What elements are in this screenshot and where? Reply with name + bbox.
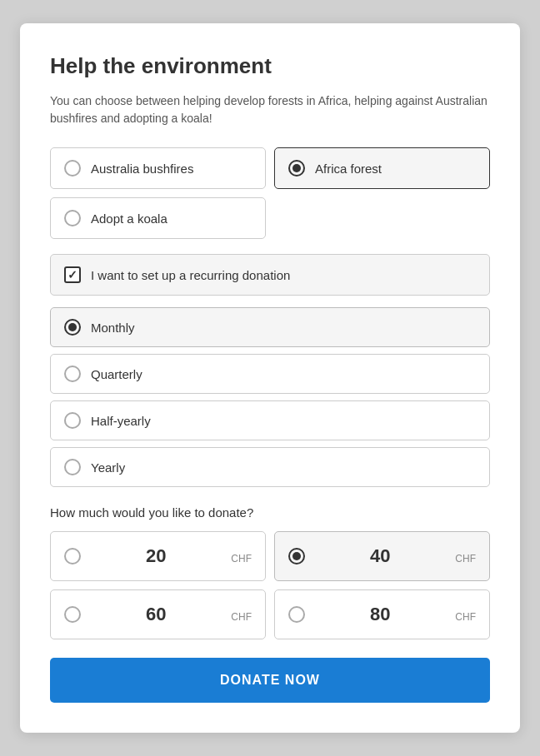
environment-options: Australia bushfires Africa forest [50,147,490,189]
page-description: You can choose between helping develop f… [50,92,490,127]
recurring-checkbox-row[interactable]: I want to set up a recurring donation [50,254,490,296]
radio-40 [288,548,305,565]
recurring-checkbox[interactable] [64,266,81,283]
option-africa-label: Africa forest [315,162,382,176]
radio-monthly [64,319,81,336]
radio-20 [64,548,81,565]
amount-60[interactable]: 60 CHF [50,589,266,639]
amount-80[interactable]: 80 CHF [274,589,490,639]
page-title: Help the environment [50,53,490,79]
option-australia[interactable]: Australia bushfires [50,147,266,189]
donate-button[interactable]: DONATE NOW [50,658,490,703]
radio-africa [288,160,305,177]
donate-label: How much would you like to donate? [50,505,490,520]
amount-40[interactable]: 40 CHF [274,531,490,581]
amount-40-currency: CHF [455,553,476,567]
amount-20-currency: CHF [231,553,252,567]
option-koala-label: Adopt a koala [91,211,168,226]
radio-80 [288,606,305,623]
radio-koala [64,210,81,226]
amount-80-value: 80 [313,604,447,625]
radio-halfyearly [64,412,81,429]
freq-halfyearly-label: Half-yearly [91,414,151,428]
freq-halfyearly[interactable]: Half-yearly [50,400,490,440]
frequency-options: Monthly Quarterly Half-yearly Yearly [50,307,490,487]
option-australia-label: Australia bushfires [91,162,193,176]
option-koala[interactable]: Adopt a koala [50,197,266,239]
amount-options: 20 CHF 40 CHF 60 CHF 80 CHF [50,531,490,639]
freq-yearly-label: Yearly [91,460,125,475]
main-card: Help the environment You can choose betw… [20,23,520,733]
option-africa[interactable]: Africa forest [274,147,490,189]
radio-quarterly [64,366,81,382]
radio-yearly [64,459,81,475]
amount-20[interactable]: 20 CHF [50,531,266,581]
freq-quarterly[interactable]: Quarterly [50,354,490,394]
freq-monthly[interactable]: Monthly [50,307,490,347]
adopt-row: Adopt a koala [50,197,490,239]
freq-yearly[interactable]: Yearly [50,447,490,487]
amount-40-value: 40 [313,545,447,567]
amount-80-currency: CHF [455,611,476,625]
amount-60-value: 60 [89,604,222,625]
radio-60 [64,606,81,623]
freq-quarterly-label: Quarterly [91,367,142,381]
freq-monthly-label: Monthly [91,321,135,335]
amount-60-currency: CHF [231,611,252,625]
radio-australia [64,160,81,177]
amount-20-value: 20 [89,545,222,567]
recurring-checkbox-label: I want to set up a recurring donation [91,268,290,282]
